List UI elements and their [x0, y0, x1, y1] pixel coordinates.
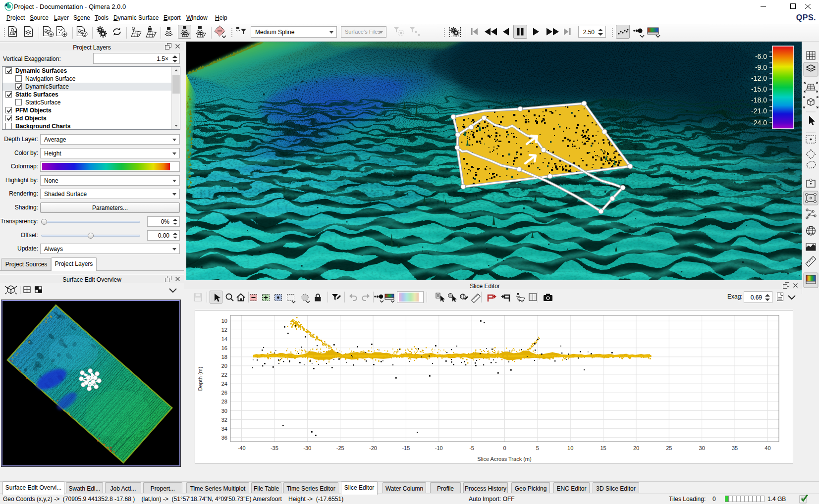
- svg-text:32: 32: [221, 417, 227, 423]
- svg-text:-9.0: -9.0: [755, 63, 767, 71]
- svg-text:0: 0: [503, 445, 506, 451]
- svg-text:-25: -25: [336, 445, 344, 451]
- svg-text:40: 40: [764, 445, 770, 451]
- svg-text:18: 18: [221, 354, 227, 360]
- svg-text:-12.0: -12.0: [751, 74, 767, 82]
- svg-text:24: 24: [221, 381, 227, 387]
- svg-text:-18.0: -18.0: [751, 96, 767, 104]
- svg-text:10: 10: [567, 445, 573, 451]
- svg-text:30: 30: [221, 408, 227, 414]
- svg-text:10: 10: [221, 318, 227, 324]
- svg-text:20: 20: [221, 363, 227, 369]
- svg-text:22: 22: [221, 372, 227, 378]
- svg-text:35: 35: [732, 445, 738, 451]
- svg-text:-6.0: -6.0: [755, 52, 767, 60]
- svg-text:5: 5: [536, 445, 539, 451]
- svg-text:28: 28: [221, 399, 227, 404]
- svg-text:25: 25: [666, 445, 672, 451]
- svg-text:36: 36: [221, 435, 227, 441]
- svg-text:26: 26: [221, 390, 227, 396]
- svg-text:-5: -5: [469, 445, 474, 451]
- svg-text:14: 14: [221, 336, 227, 342]
- svg-text:-15: -15: [402, 445, 410, 451]
- svg-text:20: 20: [633, 445, 639, 451]
- svg-text:16: 16: [221, 345, 227, 351]
- svg-text:-21.0: -21.0: [751, 107, 767, 115]
- svg-text:12: 12: [221, 327, 227, 333]
- svg-text:30: 30: [699, 445, 705, 451]
- svg-text:-24.0: -24.0: [751, 119, 767, 127]
- svg-text:-30: -30: [303, 445, 311, 451]
- svg-text:34: 34: [221, 426, 227, 432]
- svg-text:-10: -10: [435, 445, 443, 451]
- svg-text:15: 15: [600, 445, 606, 451]
- svg-text:Depth (m): Depth (m): [197, 367, 203, 391]
- svg-text:Slice Across Track (m): Slice Across Track (m): [477, 456, 531, 462]
- svg-text:-40: -40: [238, 445, 246, 451]
- svg-text:-15.0: -15.0: [751, 85, 767, 93]
- svg-text:-35: -35: [271, 445, 278, 451]
- svg-text:-20: -20: [369, 445, 377, 451]
